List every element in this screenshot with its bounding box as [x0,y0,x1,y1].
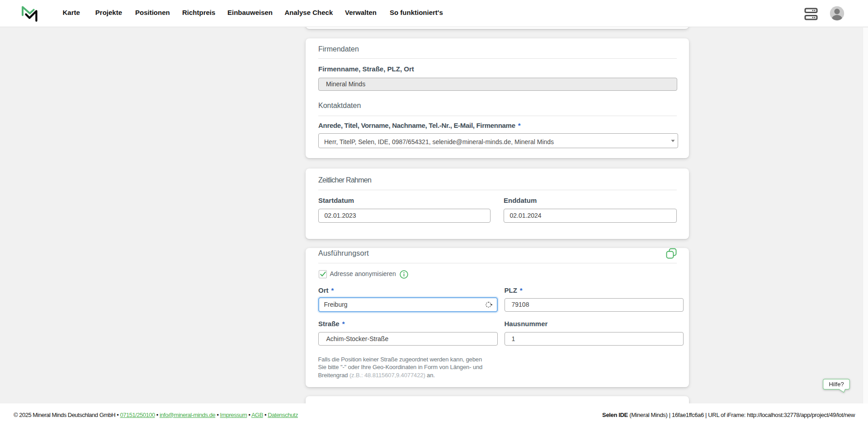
svg-text:Hilfe?: Hilfe? [829,381,844,388]
